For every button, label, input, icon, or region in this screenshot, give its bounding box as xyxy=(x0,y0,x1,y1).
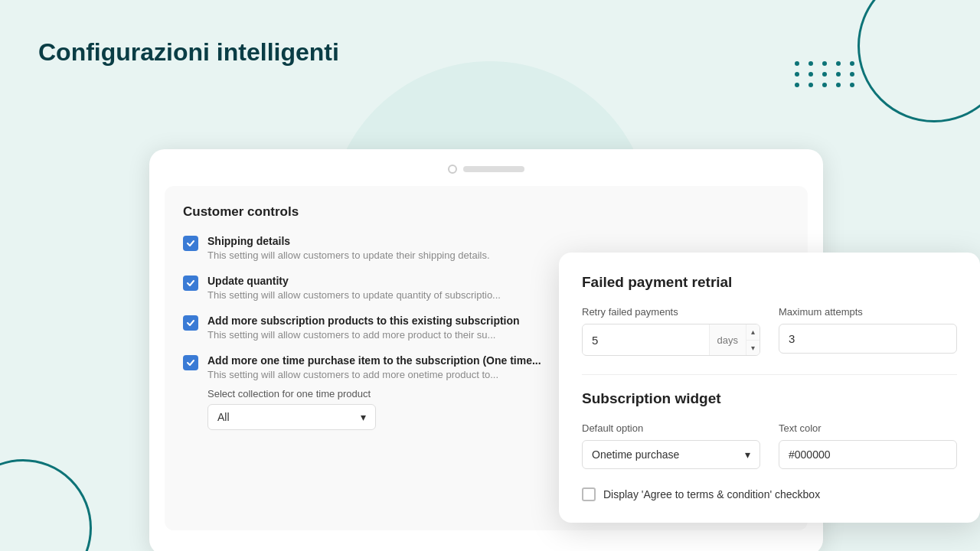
default-option-value: Onetime purchase xyxy=(592,448,679,461)
collection-select-chevron: ▾ xyxy=(361,411,366,423)
checkbox-quantity[interactable] xyxy=(183,276,198,291)
device-camera xyxy=(448,165,457,174)
dots-decoration xyxy=(795,61,858,87)
text-color-value: #000000 xyxy=(789,448,831,461)
retry-spinner: ▴ ▾ xyxy=(746,324,760,355)
retry-unit: days xyxy=(709,324,746,355)
retry-input-wrapper: days ▴ ▾ xyxy=(582,324,760,356)
checkbox-add-onetime[interactable] xyxy=(183,355,198,370)
default-option-select[interactable]: Onetime purchase ▾ xyxy=(582,440,760,469)
customer-controls-title: Customer controls xyxy=(183,204,789,220)
retry-increment[interactable]: ▴ xyxy=(746,324,760,341)
bg-circle-top-right xyxy=(858,0,980,122)
retry-label: Retry failed payments xyxy=(582,306,760,318)
retry-field-row: Retry failed payments days ▴ ▾ Maximum a… xyxy=(582,306,957,356)
checkbox-shipping[interactable] xyxy=(183,236,198,251)
text-color-field-group: Text color #000000 xyxy=(779,422,957,469)
default-option-field-group: Default option Onetime purchase ▾ xyxy=(582,422,760,469)
page-title: Configurazioni intelligenti xyxy=(38,38,339,67)
bg-circle-bottom-left xyxy=(0,459,92,551)
default-option-label: Default option xyxy=(582,422,760,434)
overlay-panel: Failed payment retrial Retry failed paym… xyxy=(559,253,980,523)
agree-row: Display 'Agree to terms & condition' che… xyxy=(582,487,957,501)
text-color-label: Text color xyxy=(779,422,957,434)
checkbox-text-quantity: Update quantity This setting will allow … xyxy=(207,275,501,301)
text-color-input[interactable]: #000000 xyxy=(779,440,957,469)
retry-input[interactable] xyxy=(583,326,709,354)
agree-checkbox[interactable] xyxy=(582,487,596,501)
widget-field-row: Default option Onetime purchase ▾ Text c… xyxy=(582,422,957,469)
max-attempts-label: Maximum attempts xyxy=(779,306,957,318)
collection-select-value: All xyxy=(217,411,230,423)
device-topbar xyxy=(165,165,808,174)
default-option-chevron: ▾ xyxy=(745,448,750,461)
agree-label: Display 'Agree to terms & condition' che… xyxy=(603,488,820,500)
device-pill xyxy=(463,166,524,172)
section-divider xyxy=(582,374,957,375)
max-attempts-field-group: Maximum attempts xyxy=(779,306,957,356)
subscription-widget-title: Subscription widget xyxy=(582,390,957,407)
checkbox-add-subscription[interactable] xyxy=(183,315,198,331)
collection-select[interactable]: All ▾ xyxy=(207,404,376,430)
max-attempts-input[interactable] xyxy=(779,324,957,354)
checkbox-text-add-onetime: Add more one time purchase item to the s… xyxy=(207,354,541,380)
failed-payment-title: Failed payment retrial xyxy=(582,274,957,291)
checkbox-text-add-subscription: Add more subscription products to this e… xyxy=(207,315,520,341)
retry-field-group: Retry failed payments days ▴ ▾ xyxy=(582,306,760,356)
checkbox-text-shipping: Shipping details This setting will allow… xyxy=(207,235,490,261)
retry-decrement[interactable]: ▾ xyxy=(746,341,760,356)
